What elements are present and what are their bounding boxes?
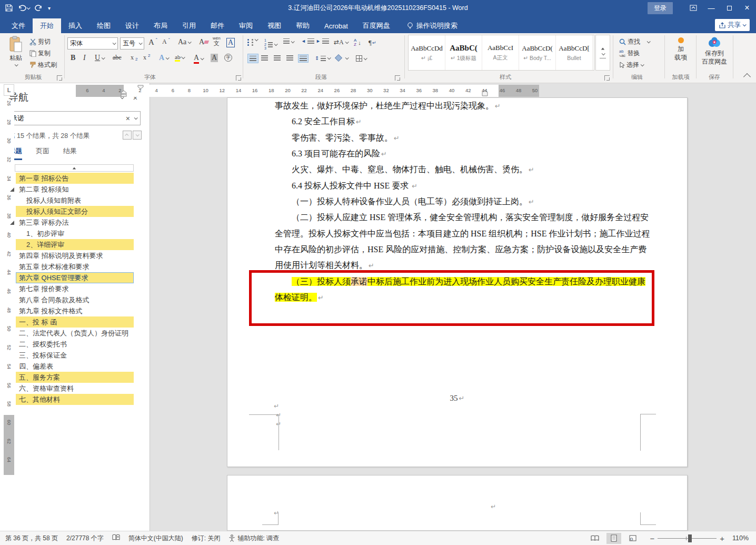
ribbon-tab-布局[interactable]: 布局: [146, 18, 175, 33]
style-card-¡£[interactable]: AaBbCcDd↵ ¡£: [409, 35, 445, 70]
collapse-triangle-icon[interactable]: [10, 187, 14, 192]
italic-button[interactable]: I: [83, 54, 86, 62]
accessibility-status[interactable]: 辅助功能: 调查: [228, 534, 279, 543]
zoom-slider-thumb[interactable]: [688, 534, 692, 542]
cut-button[interactable]: 剪切: [29, 36, 51, 47]
document-page-35[interactable]: 事故发生，做好环境保护，杜绝生产过程中出现污染现象。↵6.2 安全工作目标↵零伤…: [227, 97, 688, 467]
nav-heading-item[interactable]: 第五章 技术标准和要求: [0, 261, 150, 272]
shrink-font-button[interactable]: Aˇ: [162, 38, 170, 46]
login-button[interactable]: 登录: [648, 2, 673, 14]
subscript-button[interactable]: x2: [131, 54, 137, 62]
zoom-slider[interactable]: − +: [650, 534, 724, 543]
nav-heading-item[interactable]: 第九章 投标文件格式: [0, 305, 150, 316]
nav-heading-item[interactable]: 五、服务方案: [0, 372, 150, 383]
nav-heading-item[interactable]: 一、投 标 函: [0, 316, 150, 328]
track-changes-indicator[interactable]: 修订: 关闭: [192, 534, 221, 543]
borders-button[interactable]: [356, 55, 366, 62]
enclose-characters-button[interactable]: 字: [224, 54, 232, 62]
zoom-out-icon[interactable]: −: [650, 534, 654, 543]
show-paragraph-marks-button[interactable]: ¶↵: [369, 38, 376, 47]
ribbon-tab-设计[interactable]: 设计: [118, 18, 146, 33]
paste-button[interactable]: 粘贴: [4, 36, 27, 72]
nav-heading-item[interactable]: 第七章 报价要求: [0, 283, 150, 294]
clear-search-icon[interactable]: ×: [126, 114, 130, 123]
font-dialog-launcher[interactable]: [236, 75, 241, 81]
justify-button[interactable]: [286, 55, 293, 61]
nav-heading-item[interactable]: 三、投标保证金: [0, 350, 150, 361]
document-line[interactable]: （一）投标人特种设备作业人员（电工等）必须做到持证上岗。↵: [227, 194, 687, 210]
nav-heading-item[interactable]: 第一章 招标公告: [0, 173, 150, 184]
line-spacing-button[interactable]: ⇕: [315, 55, 330, 61]
nav-heading-item[interactable]: 第八章 合同条款及格式: [0, 294, 150, 305]
search-options-dropdown-icon[interactable]: [134, 116, 138, 120]
nav-scroll-up-button[interactable]: [15, 164, 134, 172]
nav-tab-结果[interactable]: 结果: [63, 146, 77, 160]
document-line[interactable]: 6.4 投标人投标文件中 HSE 要求 ↵: [227, 178, 687, 194]
nav-heading-item[interactable]: 二、授权委托书: [0, 339, 150, 350]
read-mode-button[interactable]: [588, 533, 602, 544]
nav-heading-item[interactable]: 第六章 QHSE管理要求: [0, 272, 150, 283]
change-case-button[interactable]: Aa: [178, 38, 191, 46]
copy-button[interactable]: 复制: [29, 48, 51, 59]
word-count[interactable]: 2/27778 个字: [66, 534, 104, 543]
add-ins-button[interactable]: 加载项: [669, 37, 693, 62]
shading-button[interactable]: [336, 55, 348, 61]
save-to-baidu-button[interactable]: 保存到百度网盘: [698, 36, 731, 66]
align-center-button[interactable]: [261, 55, 268, 61]
ribbon-tab-Acrobat[interactable]: Acrobat: [317, 18, 355, 33]
nav-heading-item[interactable]: 四、偏差表: [0, 361, 150, 372]
zoom-in-icon[interactable]: +: [720, 534, 724, 543]
document-line[interactable]: 中存在风险的初步评估，HSE 风险的应对措施、控制方案、应急方案；防护设备设施以…: [227, 242, 687, 257]
ribbon-tab-开始[interactable]: 开始: [33, 18, 61, 33]
share-button[interactable]: 共享: [715, 19, 750, 31]
nav-heading-item[interactable]: 六、资格审查资料: [0, 383, 150, 394]
underline-button[interactable]: U: [95, 54, 104, 62]
sort-button[interactable]: AZ↓: [354, 38, 361, 47]
text-highlight-button[interactable]: ab̷: [175, 54, 184, 62]
style-card-Bullet[interactable]: AaBbCcD[Bullet: [556, 35, 593, 70]
zoom-percentage[interactable]: 110%: [729, 534, 749, 542]
nav-tab-页面[interactable]: 页面: [36, 146, 49, 160]
document-line[interactable]: 6.2 安全工作目标↵: [227, 114, 687, 130]
distributed-button[interactable]: [298, 54, 309, 63]
document-line[interactable]: 零伤害、零污染、零事故。↵: [227, 130, 687, 146]
collapse-ribbon-icon[interactable]: [743, 73, 751, 81]
document-line[interactable]: （三）投标人须承诺中标后施工作业前为进入现场作业人员购买安全生产责任险及办理职业…: [227, 274, 687, 290]
select-button[interactable]: 选择: [619, 60, 643, 71]
increase-indent-button[interactable]: ►: [316, 38, 329, 44]
ribbon-display-options-icon[interactable]: [684, 0, 702, 16]
multilevel-list-button[interactable]: [283, 38, 294, 45]
ribbon-tab-百度网盘[interactable]: 百度网盘: [355, 18, 397, 33]
maximize-button[interactable]: [720, 0, 738, 16]
previous-result-button[interactable]: [123, 131, 132, 140]
close-button[interactable]: ×: [738, 0, 756, 16]
style-card-Body T...[interactable]: AaBbCcD(↵ Body T...: [519, 35, 556, 70]
document-line[interactable]: （二）投标人应建立 HSE 管理体系，健全安全管理机构，落实安全管理制度，做好服…: [227, 210, 687, 225]
document-line[interactable]: 全管理。投标人投标文件中应当包括：本项目建立的 HSE 组织机构；HSE 作业计…: [227, 226, 687, 242]
nav-heading-item[interactable]: 第二章 投标须知: [0, 184, 150, 195]
nav-heading-item[interactable]: 第四章 招标说明及资料要求: [0, 250, 150, 261]
collapse-triangle-icon[interactable]: [10, 221, 14, 225]
document-line[interactable]: 火灾、爆炸、中毒、窒息、物体打击、触电、机械伤害、烫伤。↵: [227, 162, 687, 177]
web-layout-button[interactable]: [625, 533, 640, 544]
text-effects-button[interactable]: A: [159, 54, 168, 62]
redo-button[interactable]: [35, 4, 43, 12]
superscript-button[interactable]: x2: [143, 54, 150, 62]
undo-dropdown-icon[interactable]: [27, 6, 31, 9]
ribbon-tab-邮件[interactable]: 邮件: [203, 18, 232, 33]
character-border-button[interactable]: A: [226, 38, 235, 47]
nav-heading-item[interactable]: 七、其他材料: [0, 394, 150, 405]
clear-formatting-button[interactable]: A: [199, 38, 208, 46]
align-right-button[interactable]: [274, 55, 281, 61]
nav-heading-item[interactable]: 第三章 评标办法: [0, 217, 150, 228]
ribbon-tab-文件[interactable]: 文件: [4, 18, 33, 33]
hanging-indent-marker[interactable]: [121, 90, 127, 97]
language-indicator[interactable]: 简体中文(中国大陆): [128, 534, 183, 543]
numbered-list-button[interactable]: 123: [264, 38, 277, 51]
decrease-indent-button[interactable]: ◄: [301, 38, 314, 44]
align-left-button[interactable]: [247, 54, 258, 63]
tell-me-search[interactable]: 操作说明搜索: [407, 18, 457, 33]
document-line[interactable]: 6.3 项目可能存在的风险↵: [227, 146, 687, 162]
ribbon-tab-审阅[interactable]: 审阅: [232, 18, 260, 33]
styles-gallery-scroll[interactable]: [595, 35, 610, 71]
